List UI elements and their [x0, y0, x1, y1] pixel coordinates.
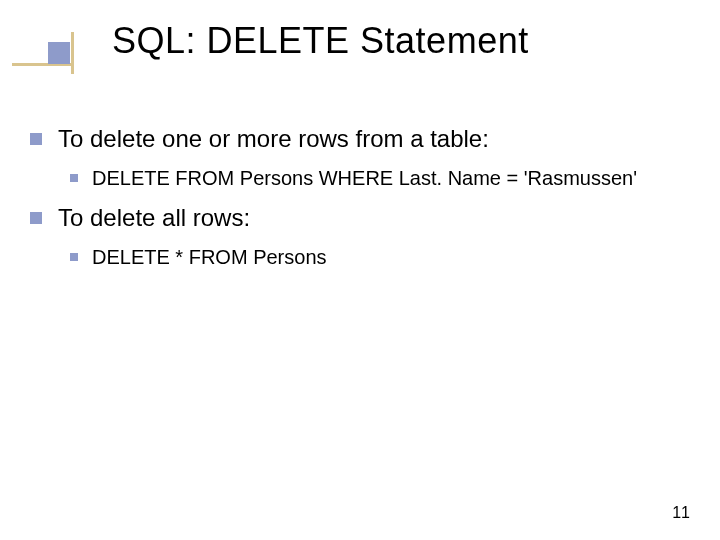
bullet-square-icon — [30, 133, 42, 145]
page-number: 11 — [672, 504, 690, 522]
list-item: To delete all rows: — [30, 204, 690, 233]
content-area: To delete one or more rows from a table:… — [0, 95, 720, 269]
bullet-text: To delete one or more rows from a table: — [58, 125, 489, 154]
list-item: To delete one or more rows from a table: — [30, 125, 690, 154]
list-item: DELETE FROM Persons WHERE Last. Name = '… — [70, 166, 690, 190]
bullet-text: DELETE * FROM Persons — [92, 245, 327, 269]
bullet-text: DELETE FROM Persons WHERE Last. Name = '… — [92, 166, 637, 190]
bullet-text: To delete all rows: — [58, 204, 250, 233]
bullet-square-icon — [70, 174, 78, 182]
title-vertical-line — [71, 32, 74, 74]
bullet-square-icon — [70, 253, 78, 261]
bullet-square-icon — [30, 212, 42, 224]
slide-title: SQL: DELETE Statement — [112, 20, 529, 62]
list-item: DELETE * FROM Persons — [70, 245, 690, 269]
title-square-icon — [48, 42, 70, 64]
title-area: SQL: DELETE Statement — [0, 0, 720, 95]
